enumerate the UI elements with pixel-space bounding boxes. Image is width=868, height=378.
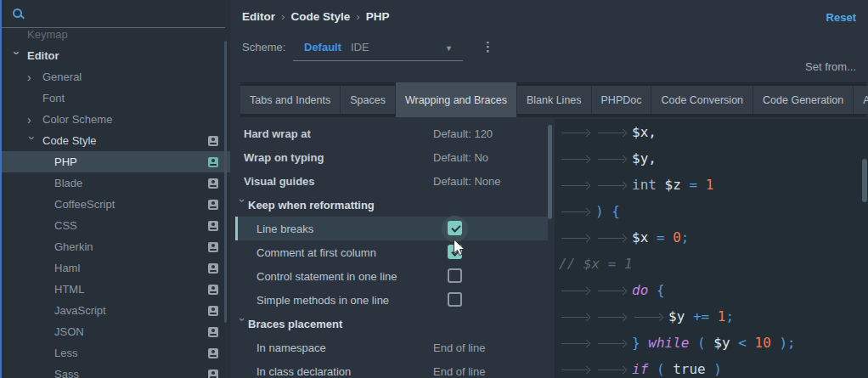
chevron-down-icon[interactable]: › bbox=[12, 51, 22, 61]
scheme-dropdown[interactable]: Default IDE ▼ bbox=[293, 39, 463, 61]
scheme-suffix: IDE bbox=[351, 41, 369, 54]
setting-braces-placement[interactable]: ›Braces placement bbox=[235, 312, 548, 336]
scheme-selected-value: Default bbox=[304, 41, 341, 54]
code-line: } while ( $y < 10 ); bbox=[555, 330, 868, 356]
sidebar-item-editor[interactable]: ›Editor bbox=[2, 45, 230, 66]
sidebar-item-label: JavaScript bbox=[54, 304, 106, 317]
setting-label: Hard wrap at bbox=[244, 127, 311, 140]
breadcrumb-editor[interactable]: Editor bbox=[242, 10, 275, 23]
sidebar-item-sass[interactable]: Sass bbox=[2, 364, 230, 378]
setting-line-breaks[interactable]: Line breaks bbox=[235, 217, 548, 240]
sidebar-item-javascript[interactable]: JavaScript bbox=[2, 300, 230, 321]
setting-value[interactable]: End of line bbox=[433, 341, 485, 354]
tab-arrangement[interactable]: Arrangement bbox=[854, 86, 868, 114]
sidebar-item-less[interactable]: Less bbox=[2, 342, 230, 364]
search-input[interactable] bbox=[2, 0, 225, 28]
tab-arrow-icon bbox=[595, 284, 632, 297]
code-token: += bbox=[693, 308, 718, 324]
setting-simple-methods-in-one-line[interactable]: Simple methods in one line bbox=[235, 288, 548, 312]
code-token: { bbox=[657, 282, 665, 298]
sidebar-item-label: Font bbox=[42, 92, 65, 104]
tab-arrow-icon bbox=[559, 310, 595, 324]
code-line: $y += 1; bbox=[555, 303, 868, 330]
chevron-right-icon[interactable]: › bbox=[27, 72, 37, 82]
setting-label: Comment at first column bbox=[256, 246, 376, 259]
sidebar-item-json[interactable]: JSON bbox=[2, 321, 230, 342]
sidebar-item-haml[interactable]: Haml bbox=[2, 257, 230, 279]
checkbox-line-breaks[interactable] bbox=[448, 221, 462, 235]
setting-label: Braces placement bbox=[248, 318, 342, 330]
code-preview-scrollbar[interactable] bbox=[862, 159, 867, 202]
chevron-right-icon[interactable]: › bbox=[27, 115, 37, 125]
setting-label: In namespace bbox=[256, 341, 326, 354]
settings-main-panel: Editor›Code Style›PHP Reset Scheme: Defa… bbox=[230, 0, 868, 378]
sidebar-item-code-style[interactable]: ›Code Style bbox=[2, 130, 230, 151]
sidebar-item-css[interactable]: CSS bbox=[2, 215, 230, 236]
sidebar-item-label: PHP bbox=[54, 155, 77, 168]
tab-wrapping-and-braces[interactable]: Wrapping and Braces bbox=[396, 82, 517, 117]
sidebar-item-coffeescript[interactable]: CoffeeScript bbox=[2, 194, 230, 215]
settings-scrollbar[interactable] bbox=[548, 125, 552, 219]
sidebar-item-blade[interactable]: Blade bbox=[2, 172, 230, 194]
settings-sidebar: Keymap›Editor›GeneralFont›Color Scheme›C… bbox=[0, 0, 230, 378]
tab-arrow-icon bbox=[595, 126, 632, 139]
sidebar-tree: Keymap›Editor›GeneralFont›Color Scheme›C… bbox=[2, 24, 230, 378]
tab-arrow-icon bbox=[559, 336, 595, 350]
code-token: ) { bbox=[595, 203, 620, 219]
code-token: = bbox=[657, 229, 673, 245]
tab-phpdoc[interactable]: PHPDoc bbox=[592, 86, 652, 114]
code-token: $y, bbox=[632, 150, 657, 166]
sidebar-item-label: General bbox=[42, 71, 82, 83]
tab-code-conversion[interactable]: Code Conversion bbox=[651, 86, 753, 114]
tab-code-generation[interactable]: Code Generation bbox=[753, 86, 854, 114]
checkbox-control-statement-in-one-line[interactable] bbox=[448, 268, 462, 283]
kebab-menu-icon[interactable]: ⋮ bbox=[482, 39, 494, 54]
setting-control-statement-in-one-line[interactable]: Control statement in one line bbox=[235, 264, 548, 288]
sidebar-item-gherkin[interactable]: Gherkin bbox=[2, 236, 230, 257]
setting-in-namespace[interactable]: In namespaceEnd of line bbox=[235, 336, 548, 359]
set-from-link[interactable]: Set from... bbox=[805, 60, 856, 73]
setting-value[interactable]: Default: No bbox=[433, 151, 488, 164]
tab-arrow-icon bbox=[595, 363, 632, 376]
code-line: $x, bbox=[555, 119, 868, 145]
user-badge-icon bbox=[208, 157, 218, 167]
tab-arrow-icon bbox=[595, 336, 632, 350]
tab-arrow-icon bbox=[559, 152, 595, 166]
code-token: ) bbox=[713, 361, 722, 377]
tab-tabs-and-indents[interactable]: Tabs and Indents bbox=[240, 86, 341, 114]
chevron-down-icon[interactable]: ▼ bbox=[445, 44, 453, 53]
tab-spaces[interactable]: Spaces bbox=[341, 86, 396, 114]
setting-hard-wrap-at[interactable]: Hard wrap atDefault: 120 bbox=[235, 121, 548, 145]
breadcrumb-code-style[interactable]: Code Style bbox=[291, 10, 351, 23]
setting-wrap-on-typing[interactable]: Wrap on typingDefault: No bbox=[235, 145, 548, 169]
setting-visual-guides[interactable]: Visual guidesDefault: None bbox=[235, 169, 548, 193]
code-line: if ( true ) bbox=[555, 356, 868, 378]
sidebar-item-font[interactable]: Font bbox=[2, 87, 230, 109]
sidebar-item-html[interactable]: HTML bbox=[2, 279, 230, 300]
chevron-down-icon[interactable]: › bbox=[237, 318, 247, 328]
sidebar-item-general[interactable]: ›General bbox=[2, 66, 230, 87]
setting-in-class-declaration[interactable]: In class declarationEnd of line bbox=[235, 359, 548, 378]
sidebar-item-label: Keymap bbox=[27, 28, 68, 41]
setting-value[interactable]: Default: None bbox=[433, 175, 501, 188]
user-badge-icon bbox=[208, 285, 218, 295]
setting-comment-at-first-column[interactable]: Comment at first column bbox=[235, 240, 548, 264]
code-token: } bbox=[632, 335, 648, 351]
tab-arrow-icon bbox=[595, 310, 632, 324]
tab-blank-lines[interactable]: Blank Lines bbox=[517, 86, 592, 114]
sidebar-item-color-scheme[interactable]: ›Color Scheme bbox=[2, 109, 230, 130]
sidebar-scrollbar[interactable] bbox=[224, 41, 227, 323]
setting-keep-when-reformatting[interactable]: ›Keep when reformatting bbox=[235, 193, 548, 217]
setting-value[interactable]: End of line bbox=[433, 365, 485, 378]
code-token: = bbox=[689, 177, 705, 193]
checkbox-simple-methods-in-one-line[interactable] bbox=[448, 292, 462, 307]
reset-button[interactable]: Reset bbox=[826, 11, 856, 24]
code-line: int $z = 1 bbox=[555, 172, 868, 198]
tab-arrow-icon bbox=[559, 126, 595, 139]
setting-value[interactable]: Default: 120 bbox=[433, 127, 493, 140]
chevron-down-icon[interactable]: › bbox=[27, 136, 37, 146]
chevron-down-icon[interactable]: › bbox=[237, 199, 247, 209]
search-icon bbox=[12, 8, 25, 20]
sidebar-item-label: Sass bbox=[54, 368, 79, 378]
sidebar-item-php[interactable]: PHP bbox=[2, 151, 230, 172]
